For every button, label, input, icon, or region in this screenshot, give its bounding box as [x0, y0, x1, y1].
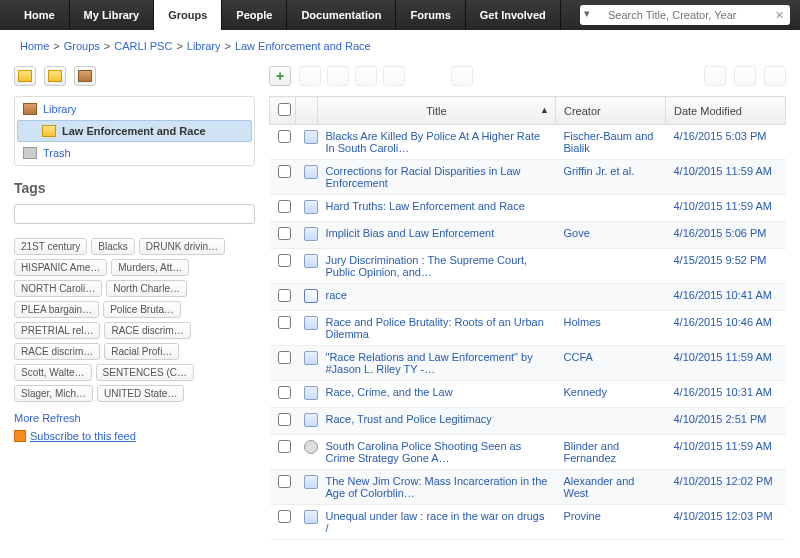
item-title[interactable]: Race, Trust and Police Legitimacy: [318, 408, 556, 435]
item-title[interactable]: Unequal under law : race in the war on d…: [318, 505, 556, 540]
tree-library[interactable]: Library: [15, 99, 254, 119]
col-title[interactable]: Title▲: [318, 97, 556, 125]
tag-chip[interactable]: PRETRIAL rel…: [14, 322, 100, 339]
breadcrumb-link[interactable]: Home: [20, 40, 49, 52]
col-date[interactable]: Date Modified: [666, 97, 786, 125]
table-row[interactable]: "Race Relations and Law Enforcement" by …: [270, 346, 786, 381]
table-row[interactable]: Blacks Are Killed By Police At A Higher …: [270, 125, 786, 160]
tree-folder-selected[interactable]: Law Enforcement and Race: [17, 120, 252, 142]
item-title[interactable]: "Race Relations and Law Enforcement" by …: [318, 346, 556, 381]
row-checkbox[interactable]: [278, 386, 291, 399]
item-creator[interactable]: [556, 195, 666, 222]
tag-chip[interactable]: PLEA bargain…: [14, 301, 99, 318]
table-row[interactable]: Race and Police Brutality: Roots of an U…: [270, 311, 786, 346]
row-checkbox[interactable]: [278, 200, 291, 213]
tag-chip[interactable]: DRUNK drivin…: [139, 238, 225, 255]
breadcrumb-link[interactable]: Law Enforcement and Race: [235, 40, 371, 52]
nav-tab-documentation[interactable]: Documentation: [287, 0, 396, 30]
row-checkbox[interactable]: [278, 510, 291, 523]
tag-chip[interactable]: North Charle…: [106, 280, 187, 297]
row-checkbox[interactable]: [278, 316, 291, 329]
item-creator[interactable]: Holmes: [556, 311, 666, 346]
item-title[interactable]: Jury Discrimination : The Supreme Court,…: [318, 249, 556, 284]
table-row[interactable]: Hard Truths: Law Enforcement and Race4/1…: [270, 195, 786, 222]
item-title[interactable]: race: [318, 284, 556, 311]
table-row[interactable]: race4/16/2015 10:41 AM: [270, 284, 786, 311]
item-creator[interactable]: Provine: [556, 505, 666, 540]
nav-tab-home[interactable]: Home: [10, 0, 70, 30]
table-row[interactable]: South Carolina Police Shooting Seen as C…: [270, 435, 786, 470]
tag-chip[interactable]: RACE discrim…: [104, 322, 190, 339]
tag-chip[interactable]: Murders, Att…: [111, 259, 189, 276]
table-row[interactable]: Corrections for Racial Disparities in La…: [270, 160, 786, 195]
item-title[interactable]: Blacks Are Killed By Police At A Higher …: [318, 125, 556, 160]
toolbar-btn-3[interactable]: [355, 66, 377, 86]
new-collection-button[interactable]: [14, 66, 36, 86]
tag-chip[interactable]: UNITED State…: [97, 385, 184, 402]
tag-chip[interactable]: RACE discrim…: [14, 343, 100, 360]
tree-trash[interactable]: Trash: [15, 143, 254, 163]
toolbar-btn-1[interactable]: [299, 66, 321, 86]
table-row[interactable]: Unequal under law : race in the war on d…: [270, 505, 786, 540]
table-row[interactable]: Race, Crime, and the LawKennedy4/16/2015…: [270, 381, 786, 408]
row-checkbox[interactable]: [278, 289, 291, 302]
item-creator[interactable]: CCFA: [556, 346, 666, 381]
more-tags-link[interactable]: More: [14, 412, 39, 424]
table-row[interactable]: Jury Discrimination : The Supreme Court,…: [270, 249, 786, 284]
item-title[interactable]: The New Jim Crow: Mass Incarceration in …: [318, 470, 556, 505]
row-checkbox[interactable]: [278, 227, 291, 240]
item-creator[interactable]: Blinder and Fernandez: [556, 435, 666, 470]
row-checkbox[interactable]: [278, 165, 291, 178]
item-creator[interactable]: [556, 249, 666, 284]
table-row[interactable]: Implicit Bias and Law EnforcementGove4/1…: [270, 222, 786, 249]
nav-tab-people[interactable]: People: [222, 0, 287, 30]
item-title[interactable]: Implicit Bias and Law Enforcement: [318, 222, 556, 249]
col-type[interactable]: [296, 97, 318, 125]
breadcrumb-link[interactable]: CARLI PSC: [114, 40, 172, 52]
breadcrumb-link[interactable]: Groups: [64, 40, 100, 52]
tag-filter-input[interactable]: [14, 204, 255, 224]
toolbar-btn-4[interactable]: [383, 66, 405, 86]
tag-chip[interactable]: Racial Profi…: [104, 343, 179, 360]
select-all-checkbox[interactable]: [278, 103, 291, 116]
add-item-button[interactable]: +: [269, 66, 291, 86]
table-row[interactable]: The New Jim Crow: Mass Incarceration in …: [270, 470, 786, 505]
toolbar-btn-7[interactable]: [734, 66, 756, 86]
nav-tab-get-involved[interactable]: Get Involved: [466, 0, 561, 30]
row-checkbox[interactable]: [278, 440, 291, 453]
toolbar-btn-6[interactable]: [704, 66, 726, 86]
new-group-button[interactable]: [44, 66, 66, 86]
item-creator[interactable]: [556, 284, 666, 311]
refresh-tags-link[interactable]: Refresh: [42, 412, 81, 424]
item-creator[interactable]: [556, 408, 666, 435]
nav-tab-groups[interactable]: Groups: [154, 0, 222, 30]
toolbar-btn-2[interactable]: [327, 66, 349, 86]
item-title[interactable]: Corrections for Racial Disparities in La…: [318, 160, 556, 195]
item-creator[interactable]: Gove: [556, 222, 666, 249]
tag-chip[interactable]: NORTH Caroli…: [14, 280, 102, 297]
row-checkbox[interactable]: [278, 475, 291, 488]
item-creator[interactable]: Kennedy: [556, 381, 666, 408]
search-dropdown-icon[interactable]: ▾: [584, 7, 600, 23]
item-title[interactable]: Race and Police Brutality: Roots of an U…: [318, 311, 556, 346]
tag-chip[interactable]: Police Bruta…: [103, 301, 181, 318]
item-title[interactable]: Race, Crime, and the Law: [318, 381, 556, 408]
row-checkbox[interactable]: [278, 351, 291, 364]
nav-tab-my-library[interactable]: My Library: [70, 0, 155, 30]
toolbar-btn-8[interactable]: [764, 66, 786, 86]
tag-chip[interactable]: Blacks: [91, 238, 134, 255]
tag-chip[interactable]: Scott, Walte…: [14, 364, 92, 381]
tag-chip[interactable]: Slager, Mich…: [14, 385, 93, 402]
table-row[interactable]: Race, Trust and Police Legitimacy4/10/20…: [270, 408, 786, 435]
tag-chip[interactable]: 21ST century: [14, 238, 87, 255]
row-checkbox[interactable]: [278, 413, 291, 426]
item-creator[interactable]: Griffin Jr. et al.: [556, 160, 666, 195]
new-library-button[interactable]: [74, 66, 96, 86]
item-creator[interactable]: Alexander and West: [556, 470, 666, 505]
nav-tab-forums[interactable]: Forums: [396, 0, 465, 30]
item-title[interactable]: Hard Truths: Law Enforcement and Race: [318, 195, 556, 222]
col-creator[interactable]: Creator: [556, 97, 666, 125]
search-input[interactable]: [604, 9, 772, 21]
search-clear-icon[interactable]: ✕: [772, 8, 786, 22]
row-checkbox[interactable]: [278, 130, 291, 143]
